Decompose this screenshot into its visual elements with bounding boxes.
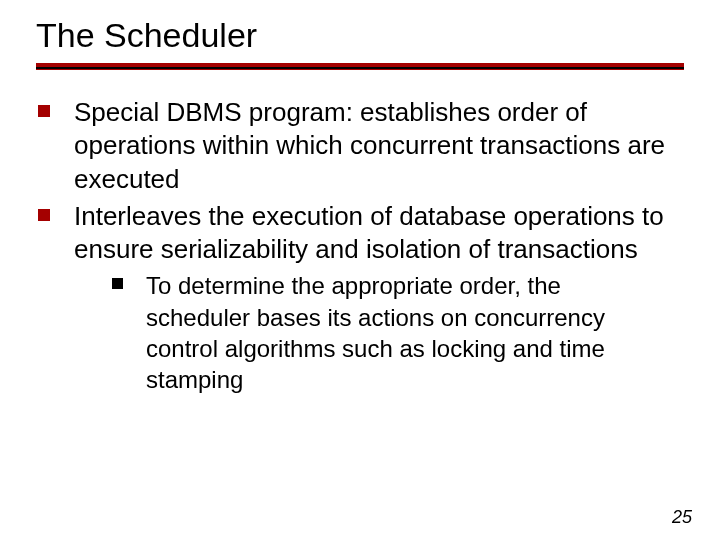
bullet-text: Interleaves the execution of database op… xyxy=(74,201,664,264)
bullet-item: Special DBMS program: establishes order … xyxy=(36,96,676,196)
slide-title: The Scheduler xyxy=(36,16,684,55)
bullet-item: Interleaves the execution of database op… xyxy=(36,200,676,395)
sub-bullet-item: To determine the appropriate order, the … xyxy=(104,270,658,395)
bullet-text: Special DBMS program: establishes order … xyxy=(74,97,665,194)
sub-bullet-list: To determine the appropriate order, the … xyxy=(74,270,676,395)
page-number: 25 xyxy=(672,507,692,528)
slide: The Scheduler Special DBMS program: esta… xyxy=(0,0,720,540)
title-underline xyxy=(36,63,684,70)
bullet-list: Special DBMS program: establishes order … xyxy=(36,96,684,395)
sub-bullet-text: To determine the appropriate order, the … xyxy=(146,272,605,393)
